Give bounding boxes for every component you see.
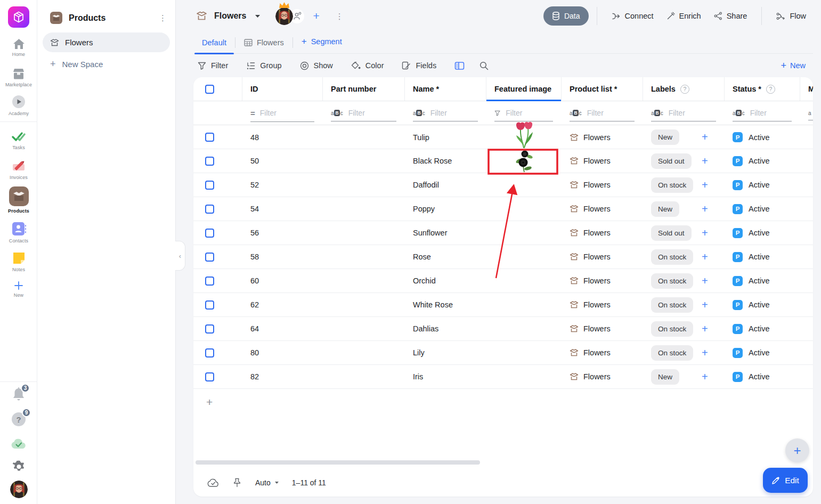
cell-product-list[interactable]: Flowers <box>562 341 643 364</box>
row-checkbox[interactable] <box>205 181 214 190</box>
table-row[interactable]: 82 Iris Flowers New + P Active <box>193 365 813 389</box>
cell-featured-image[interactable] <box>486 221 562 245</box>
cell-product-list[interactable]: Flowers <box>562 221 643 245</box>
help-icon[interactable]: ? <box>680 85 689 94</box>
table-row[interactable]: 64 Dahlias Flowers On stock + P Active <box>193 317 813 341</box>
label-pill[interactable]: On stock <box>651 297 693 313</box>
member-avatar[interactable] <box>275 7 293 25</box>
sync-status[interactable] <box>0 438 37 450</box>
label-pill[interactable]: New <box>651 129 679 145</box>
label-pill[interactable]: Sold out <box>651 153 692 169</box>
cell-featured-image[interactable] <box>486 365 562 388</box>
cell-product-list[interactable]: Flowers <box>562 125 643 149</box>
data-button[interactable]: Data <box>543 6 589 26</box>
table-layout-button[interactable] <box>454 61 465 70</box>
add-label-button[interactable]: + <box>702 275 708 287</box>
sidebar-item-invoices[interactable]: Invoices <box>0 160 37 180</box>
cell-status[interactable]: P Active <box>725 293 800 316</box>
filter-input-id[interactable] <box>260 109 314 117</box>
cell-featured-image[interactable] <box>486 341 562 364</box>
label-pill[interactable]: Sold out <box>651 225 692 241</box>
horizontal-scrollbar[interactable] <box>196 460 480 465</box>
cell-featured-image[interactable] <box>486 245 562 269</box>
fab-edit-button[interactable]: Edit <box>763 468 808 493</box>
add-label-button[interactable]: + <box>702 323 708 335</box>
cell-featured-image[interactable] <box>486 269 562 292</box>
table-row[interactable]: 48 Tulip Flowers New + P Act <box>193 125 813 149</box>
filter-input-part-number[interactable] <box>348 109 396 117</box>
add-member-button[interactable]: + <box>313 10 319 22</box>
cell-featured-image[interactable] <box>486 293 562 316</box>
cell-labels[interactable]: New + <box>643 197 725 221</box>
label-pill[interactable]: On stock <box>651 177 693 193</box>
app-logo[interactable] <box>0 6 37 28</box>
label-pill[interactable]: On stock <box>651 345 693 361</box>
cell-labels[interactable]: New + <box>643 125 725 149</box>
column-header-part-number[interactable]: Part number <box>323 77 405 101</box>
label-pill[interactable]: On stock <box>651 249 693 265</box>
tab-add-segment[interactable]: + Segment <box>293 36 351 53</box>
cell-status[interactable]: P Active <box>725 125 800 149</box>
new-space-button[interactable]: + New Space <box>37 52 175 70</box>
add-label-button[interactable]: + <box>702 347 708 359</box>
filter-button[interactable]: Filter <box>198 61 228 70</box>
column-header-more[interactable]: M <box>800 77 813 101</box>
sidebar-item-home[interactable]: Home <box>0 38 37 57</box>
add-label-button[interactable]: + <box>702 251 708 263</box>
enrich-button[interactable]: Enrich <box>666 12 701 20</box>
cell-labels[interactable]: On stock + <box>643 245 725 269</box>
row-checkbox[interactable] <box>205 324 214 334</box>
pin-icon[interactable] <box>233 478 241 487</box>
cell-labels[interactable]: Sold out + <box>643 149 725 173</box>
cell-featured-image[interactable] <box>486 125 562 149</box>
help-icon[interactable]: ? <box>766 85 775 94</box>
table-row[interactable]: 62 White Rose Flowers On stock + P Activ… <box>193 293 813 317</box>
cell-featured-image[interactable] <box>486 149 562 173</box>
column-header-labels[interactable]: Labels? <box>643 77 725 101</box>
row-checkbox[interactable] <box>205 133 214 142</box>
sidebar-item-products[interactable]: Products <box>0 186 37 214</box>
cell-product-list[interactable]: Flowers <box>562 197 643 221</box>
cell-status[interactable]: P Active <box>725 149 800 173</box>
add-label-button[interactable]: + <box>702 179 708 191</box>
cell-status[interactable]: P Active <box>725 197 800 221</box>
flow-button[interactable]: Flow <box>776 12 806 20</box>
table-row[interactable]: 54 Poppy Flowers New + P Active <box>193 197 813 221</box>
cell-featured-image[interactable] <box>486 317 562 340</box>
chevron-down-icon[interactable] <box>255 14 261 18</box>
row-checkbox[interactable] <box>205 229 214 238</box>
cell-product-list[interactable]: Flowers <box>562 317 643 340</box>
row-checkbox[interactable] <box>205 277 214 286</box>
cell-labels[interactable]: On stock + <box>643 293 725 316</box>
share-button[interactable]: Share <box>714 12 747 20</box>
filter-input-featured-image[interactable] <box>506 109 553 117</box>
label-pill[interactable]: On stock <box>651 321 693 337</box>
row-checkbox[interactable] <box>205 372 214 381</box>
cell-product-list[interactable]: Flowers <box>562 149 643 173</box>
cell-status[interactable]: P Active <box>725 341 800 364</box>
cloud-sync-icon[interactable] <box>207 478 219 487</box>
column-header-status[interactable]: Status *? <box>725 77 800 101</box>
sidebar-item-tasks[interactable]: Tasks <box>0 131 37 150</box>
column-header-name[interactable]: Name * <box>405 77 486 101</box>
add-label-button[interactable]: + <box>702 227 708 239</box>
add-label-button[interactable]: + <box>702 203 708 215</box>
cell-product-list[interactable]: Flowers <box>562 365 643 388</box>
show-button[interactable]: Show <box>300 61 333 70</box>
group-button[interactable]: Group <box>246 61 281 70</box>
label-pill[interactable]: New <box>651 201 679 217</box>
table-row[interactable]: 58 Rose Flowers On stock + P Active <box>193 245 813 269</box>
cell-status[interactable]: P Active <box>725 173 800 197</box>
sidebar-item-academy[interactable]: Academy <box>0 95 37 116</box>
filter-input-name[interactable] <box>430 109 478 117</box>
label-pill[interactable]: New <box>651 369 679 385</box>
cell-labels[interactable]: On stock + <box>643 269 725 292</box>
select-all-checkbox[interactable] <box>205 85 214 94</box>
cell-status[interactable]: P Active <box>725 269 800 292</box>
sidebar-item-contacts[interactable]: Contacts <box>0 222 37 243</box>
search-button[interactable] <box>479 61 489 70</box>
column-header-product-list[interactable]: Product list * <box>562 77 643 101</box>
entity-menu-button[interactable]: ⋮ <box>336 12 344 20</box>
cell-labels[interactable]: On stock + <box>643 341 725 364</box>
cell-status[interactable]: P Active <box>725 245 800 269</box>
